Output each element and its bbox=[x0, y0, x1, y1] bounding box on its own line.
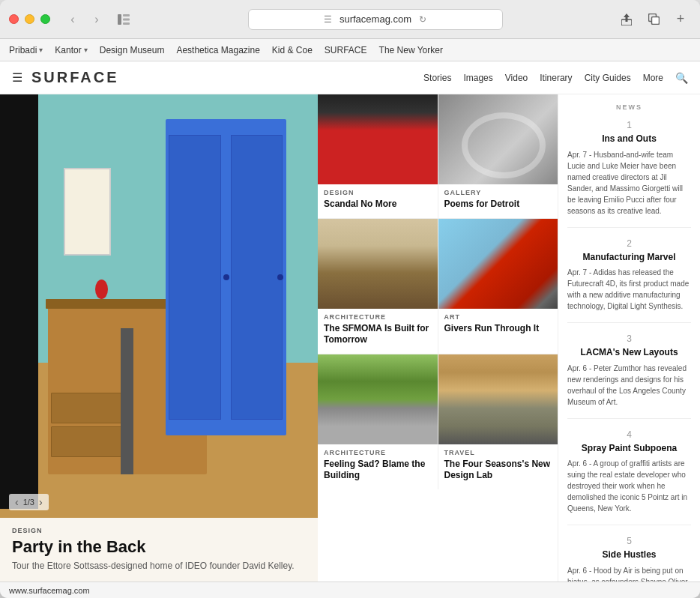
grid-item-image-plants bbox=[318, 354, 438, 444]
hero-next-arrow[interactable]: › bbox=[39, 496, 43, 508]
grid-item-image-detroit bbox=[438, 94, 558, 184]
grid-item-title-plants: Feeling Sad? Blame the Building bbox=[324, 459, 432, 482]
hero-prev-arrow[interactable]: ‹ bbox=[15, 496, 19, 508]
grid-item-image-four-seasons bbox=[438, 354, 558, 444]
menu-lines-icon: ☰ bbox=[324, 14, 332, 25]
grid-item-image-scandal bbox=[318, 94, 438, 184]
hamburger-menu-icon[interactable]: ☰ bbox=[12, 70, 22, 85]
grid-item-sculpture[interactable]: ART Givers Run Through It bbox=[438, 219, 558, 354]
bookmark-kid-coe[interactable]: Kid & Coe bbox=[272, 45, 313, 55]
bookmark-kantor[interactable]: Kantor ▾ bbox=[55, 45, 87, 55]
news-number-5: 5 bbox=[567, 536, 691, 546]
news-item-1[interactable]: 1 Ins and Outs Apr. 7 - Husband-and-wife… bbox=[567, 120, 691, 228]
hero-overlay: DESIGN Party in the Back Tour the Ettore… bbox=[0, 518, 318, 582]
chevron-down-icon: ▾ bbox=[39, 46, 43, 54]
nav-city-guides[interactable]: City Guides bbox=[585, 73, 631, 83]
site-header: ☰ SURFACE Stories Images Video Itinerary… bbox=[0, 61, 700, 94]
news-item-3[interactable]: 3 LACMA's New Layouts Apr. 6 - Peter Zum… bbox=[567, 333, 691, 419]
nav-video[interactable]: Video bbox=[505, 73, 528, 83]
refresh-icon[interactable]: ↻ bbox=[419, 14, 426, 25]
svg-rect-0 bbox=[118, 14, 121, 25]
svg-rect-6 bbox=[651, 17, 659, 25]
url-display[interactable]: surfacemag.com bbox=[340, 13, 411, 25]
news-title-1: Ins and Outs bbox=[567, 133, 691, 145]
grid-item-category-plants: ARCHITECTURE bbox=[324, 449, 432, 456]
hero-page-indicator: ‹ 1/3 › bbox=[9, 494, 49, 510]
grid-item-title-sfmoma: The SFMOMA Is Built for Tomorrow bbox=[324, 323, 432, 346]
search-icon[interactable]: 🔍 bbox=[675, 72, 688, 84]
news-number-2: 2 bbox=[567, 238, 691, 249]
bookmark-pribadi[interactable]: Pribadi ▾ bbox=[9, 45, 43, 55]
news-number-1: 1 bbox=[567, 120, 691, 130]
news-text-3: Apr. 6 - Peter Zumthor has revealed new … bbox=[567, 363, 691, 408]
news-text-5: Apr. 6 - Hood by Air is being put on hia… bbox=[567, 565, 691, 582]
status-bar: www.surfacemag.com bbox=[0, 582, 700, 598]
grid-item-sfmoma[interactable]: ARCHITECTURE The SFMOMA Is Built for Tom… bbox=[318, 219, 438, 354]
traffic-lights bbox=[9, 14, 50, 24]
grid-container: DESIGN Scandal No More GALLERY Poems for… bbox=[318, 94, 558, 489]
grid-item-title-four-seasons: The Four Seasons's New Design Lab bbox=[444, 459, 552, 482]
svg-rect-2 bbox=[123, 18, 130, 20]
grid-section: DESIGN Scandal No More GALLERY Poems for… bbox=[318, 94, 558, 582]
hero-section[interactable]: ‹ 1/3 › DESIGN Party in the Back Tour th… bbox=[0, 94, 318, 582]
nav-stories[interactable]: Stories bbox=[423, 73, 451, 83]
back-button[interactable]: ‹ bbox=[62, 9, 83, 30]
news-title-4: Spray Paint Subpoena bbox=[567, 443, 691, 455]
news-item-5[interactable]: 5 Side Hustles Apr. 6 - Hood by Air is b… bbox=[567, 536, 691, 582]
grid-item-image-sculpture bbox=[438, 219, 558, 309]
address-bar-wrapper: ☰ surfacemag.com ↻ bbox=[140, 9, 610, 30]
news-number-3: 3 bbox=[567, 333, 691, 344]
hero-subtitle: Tour the Ettore Sottsass-designed home o… bbox=[12, 560, 306, 573]
share-button[interactable] bbox=[616, 9, 637, 30]
grid-item-category-sculpture: ART bbox=[444, 313, 552, 321]
grid-item-category-sfmoma: ARCHITECTURE bbox=[324, 313, 432, 321]
maximize-button[interactable] bbox=[40, 14, 50, 24]
nav-more[interactable]: More bbox=[643, 73, 663, 83]
minimize-button[interactable] bbox=[25, 14, 34, 24]
header-nav: Stories Images Video Itinerary City Guid… bbox=[423, 72, 688, 84]
forward-button[interactable]: › bbox=[86, 9, 107, 30]
grid-item-four-seasons[interactable]: TRAVEL The Four Seasons's New Design Lab bbox=[438, 354, 558, 489]
title-bar: ‹ › ☰ surfacemag.com ↻ bbox=[0, 0, 700, 39]
bookmark-aesthetica[interactable]: Aesthetica Magazine bbox=[176, 45, 259, 55]
bookmark-design-museum[interactable]: Design Museum bbox=[100, 45, 165, 55]
svg-rect-1 bbox=[123, 14, 130, 16]
right-sidebar: NEWS 1 Ins and Outs Apr. 7 - Husband-and… bbox=[558, 94, 700, 582]
browser-nav-buttons: ‹ › bbox=[62, 9, 107, 30]
news-text-4: Apr. 6 - A group of graffiti artists are… bbox=[567, 458, 691, 514]
nav-itinerary[interactable]: Itinerary bbox=[540, 73, 572, 83]
status-url: www.surfacemag.com bbox=[9, 586, 90, 595]
news-number-4: 4 bbox=[567, 429, 691, 440]
news-title-5: Side Hustles bbox=[567, 549, 691, 561]
new-tab-view-button[interactable] bbox=[643, 9, 664, 30]
sidebar-toggle-button[interactable] bbox=[113, 9, 134, 30]
grid-item-category-detroit: GALLERY bbox=[444, 189, 552, 196]
grid-item-image-sfmoma bbox=[318, 219, 438, 309]
grid-item-category-scandal: DESIGN bbox=[324, 189, 432, 196]
grid-item-title-scandal: Scandal No More bbox=[324, 199, 432, 211]
add-tab-button[interactable]: + bbox=[670, 9, 691, 30]
bookmark-new-yorker[interactable]: The New Yorker bbox=[379, 45, 443, 55]
main-layout: ‹ 1/3 › DESIGN Party in the Back Tour th… bbox=[0, 94, 700, 582]
news-text-1: Apr. 7 - Husband-and-wife team Lucie and… bbox=[567, 149, 691, 217]
sidebar-section-title: NEWS bbox=[567, 103, 691, 111]
grid-item-detroit[interactable]: GALLERY Poems for Detroit bbox=[438, 94, 558, 218]
news-text-2: Apr. 7 - Adidas has released the Futurec… bbox=[567, 267, 691, 312]
site-logo: SURFACE bbox=[31, 69, 423, 86]
news-item-4[interactable]: 4 Spray Paint Subpoena Apr. 6 - A group … bbox=[567, 429, 691, 526]
grid-item-title-detroit: Poems for Detroit bbox=[444, 199, 552, 211]
hero-page-number: 1/3 bbox=[23, 498, 34, 507]
news-title-2: Manufacturing Marvel bbox=[567, 252, 691, 264]
grid-item-scandal[interactable]: DESIGN Scandal No More bbox=[318, 94, 438, 218]
grid-item-title-sculpture: Givers Run Through It bbox=[444, 323, 552, 335]
close-button[interactable] bbox=[9, 14, 19, 24]
nav-images[interactable]: Images bbox=[463, 73, 492, 83]
address-bar[interactable]: ☰ surfacemag.com ↻ bbox=[248, 9, 503, 30]
bookmark-surface[interactable]: SURFACE bbox=[325, 45, 367, 55]
grid-item-feeling-sad[interactable]: ARCHITECTURE Feeling Sad? Blame the Buil… bbox=[318, 354, 438, 489]
hero-title: Party in the Back bbox=[12, 537, 306, 557]
news-item-2[interactable]: 2 Manufacturing Marvel Apr. 7 - Adidas h… bbox=[567, 238, 691, 324]
news-title-3: LACMA's New Layouts bbox=[567, 347, 691, 359]
hero-category: DESIGN bbox=[12, 527, 306, 534]
bookmarks-bar: Pribadi ▾ Kantor ▾ Design Museum Aesthet… bbox=[0, 39, 700, 61]
